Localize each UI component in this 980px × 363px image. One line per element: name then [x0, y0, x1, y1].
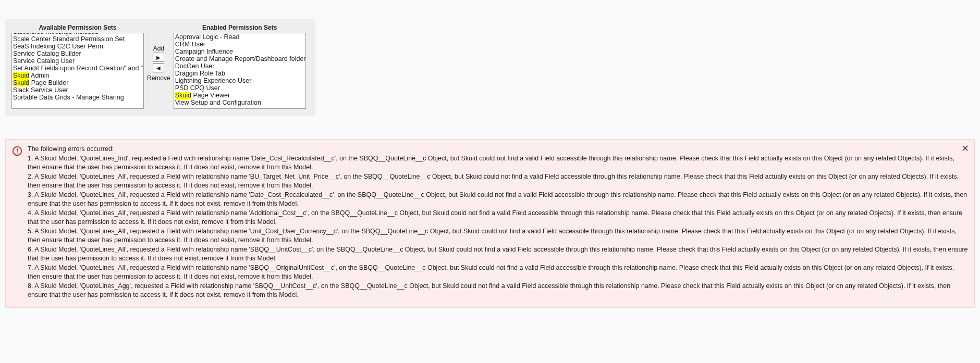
add-button[interactable]: ▶: [153, 53, 164, 62]
list-item[interactable]: Approval Logic - Read: [174, 33, 305, 41]
list-item[interactable]: Lightning Experience User: [174, 77, 305, 84]
add-label: Add: [153, 45, 164, 52]
list-item[interactable]: Service Catalog Builder: [12, 50, 143, 57]
list-item[interactable]: Sortable Data Grids - Manage Sharing: [12, 94, 143, 101]
list-item[interactable]: CRM User: [174, 41, 305, 48]
arrow-right-icon: ▶: [156, 55, 161, 60]
list-item[interactable]: Slack Service User: [12, 86, 143, 94]
error-title: The following errors occurred:: [28, 145, 968, 154]
available-column: Available Permission Sets Salesforce Mee…: [11, 24, 144, 109]
error-content: The following errors occurred: 1. A Skui…: [28, 145, 968, 300]
remove-button[interactable]: ◀: [153, 63, 164, 72]
list-item[interactable]: Scale Center Standard Permission Set: [12, 35, 143, 43]
svg-rect-2: [17, 153, 18, 154]
arrow-left-icon: ◀: [156, 65, 161, 71]
list-item[interactable]: Skuid Page Builder: [12, 79, 143, 86]
transfer-controls: Add ▶ ◀ Remove: [144, 24, 174, 82]
enabled-header: Enabled Permission Sets: [202, 24, 277, 31]
remove-label: Remove: [147, 74, 170, 82]
list-item[interactable]: View Setup and Configuration: [174, 99, 305, 106]
error-icon: [12, 146, 22, 156]
enabled-column: Enabled Permission Sets Approval Logic -…: [174, 24, 306, 109]
permission-sets-panel: Available Permission Sets Salesforce Mee…: [5, 19, 315, 116]
close-button[interactable]: ✕: [961, 144, 969, 153]
error-line: 1. A Skuid Model, 'QuoteLines_Ind', requ…: [28, 154, 968, 172]
list-item[interactable]: Set Audit Fields upon Record Creation" a…: [12, 65, 143, 72]
error-line: 3. A Skuid Model, 'QuoteLines_All', requ…: [28, 191, 968, 208]
list-item[interactable]: Skuid Page Viewer: [174, 92, 305, 99]
list-item[interactable]: SeaS Indexing C2C User Perm: [12, 43, 143, 50]
available-header: Available Permission Sets: [39, 24, 117, 31]
error-line: 4. A Skuid Model, 'QuoteLines_All', requ…: [28, 209, 968, 227]
list-item[interactable]: DocGen User: [174, 62, 305, 70]
error-line: 8. A Skuid Model, 'QuoteLines_Agg', requ…: [28, 282, 968, 299]
error-alert: The following errors occurred: 1. A Skui…: [5, 139, 975, 308]
error-line: 6. A Skuid Model, 'QuoteLines_All', requ…: [28, 245, 968, 263]
list-item[interactable]: PSD CPQ User: [174, 84, 305, 92]
list-item[interactable]: Service Catalog User: [12, 57, 143, 65]
enabled-permission-sets-list[interactable]: Approval Logic - ReadCRM UserCampaign In…: [174, 33, 306, 109]
svg-rect-1: [17, 148, 18, 152]
list-item[interactable]: Create and Manage Report/Dashboard folde…: [174, 55, 305, 62]
list-item[interactable]: Draggin Role Tab: [174, 70, 305, 77]
error-line: 7. A Skuid Model, 'QuoteLines_All', requ…: [28, 264, 968, 281]
list-item[interactable]: Campaign Influence: [174, 48, 305, 55]
close-icon: ✕: [961, 143, 969, 154]
error-line: 2. A Skuid Model, 'QuoteLines_All', requ…: [28, 172, 968, 190]
list-item[interactable]: Skuid Admin: [12, 72, 143, 79]
available-permission-sets-list[interactable]: Salesforce Meetings IncludedScale Center…: [11, 33, 144, 109]
error-line: 5. A Skuid Model, 'QuoteLines_All', requ…: [28, 227, 968, 245]
